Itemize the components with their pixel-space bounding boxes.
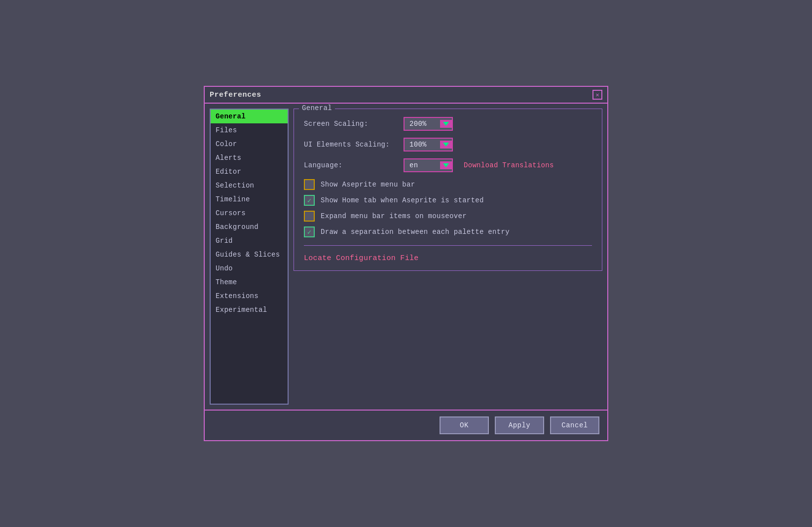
checkbox-show-home-tab[interactable]: ✓ [304,195,315,206]
checkbox-expand-menu-bar[interactable] [304,211,315,222]
checkmark-icon: ✓ [307,228,311,236]
ui-scaling-value: 100% [405,139,440,151]
general-section: General Screen Scaling: 200% UI Elements… [294,109,602,271]
checkboxes-container: Show Aseprite menu bar✓Show Home tab whe… [304,179,592,237]
checkbox-label-show-home-tab: Show Home tab when Aseprite is started [321,196,484,204]
footer: OK Apply Cancel [205,410,607,440]
chevron-down-icon [443,163,449,167]
sidebar-item-alerts[interactable]: Alerts [211,151,288,165]
ui-scaling-row: UI Elements Scaling: 100% [304,138,592,151]
content-area: GeneralFilesColorAlertsEditorSelectionTi… [205,104,607,410]
sidebar-item-selection[interactable]: Selection [211,179,288,192]
locate-config-link[interactable]: Locate Configuration File [304,254,419,263]
dialog-title: Preferences [210,91,261,99]
ok-button[interactable]: OK [440,416,489,434]
sidebar-item-guides-slices[interactable]: Guides & Slices [211,248,288,262]
sidebar-item-timeline[interactable]: Timeline [211,192,288,206]
ui-scaling-dropdown[interactable]: 100% [404,138,453,151]
chevron-down-icon [443,143,449,147]
language-arrow[interactable] [440,161,452,169]
language-label: Language: [304,161,398,169]
checkmark-icon: ✓ [307,196,311,205]
sidebar-item-color[interactable]: Color [211,137,288,151]
preferences-dialog: Preferences ✕ GeneralFilesColorAlertsEdi… [204,86,608,441]
ui-scaling-label: UI Elements Scaling: [304,141,398,149]
screen-scaling-dropdown[interactable]: 200% [404,117,453,131]
screen-scaling-arrow[interactable] [440,120,452,128]
checkbox-row-show-home-tab: ✓Show Home tab when Aseprite is started [304,195,592,206]
ui-scaling-arrow[interactable] [440,141,452,149]
cancel-button[interactable]: Cancel [550,416,599,434]
sidebar-item-theme[interactable]: Theme [211,275,288,289]
chevron-down-icon [443,122,449,126]
main-panel: General Screen Scaling: 200% UI Elements… [294,109,602,405]
checkbox-row-draw-separation: ✓Draw a separation between each palette … [304,226,592,237]
checkbox-draw-separation[interactable]: ✓ [304,226,315,237]
screen-scaling-row: Screen Scaling: 200% [304,117,592,131]
sidebar-item-files[interactable]: Files [211,123,288,137]
language-row: Language: en Download Translations [304,158,592,172]
apply-button[interactable]: Apply [495,416,544,434]
sidebar-item-undo[interactable]: Undo [211,262,288,275]
section-title: General [299,104,335,112]
checkbox-row-show-menu-bar: Show Aseprite menu bar [304,179,592,190]
title-bar: Preferences ✕ [205,87,607,104]
language-value: en [405,159,440,171]
close-button[interactable]: ✕ [592,90,602,100]
checkbox-show-menu-bar[interactable] [304,179,315,190]
sidebar-item-experimental[interactable]: Experimental [211,303,288,317]
sidebar-item-extensions[interactable]: Extensions [211,289,288,303]
sidebar-item-editor[interactable]: Editor [211,165,288,179]
checkbox-label-expand-menu-bar: Expand menu bar items on mouseover [321,212,467,220]
sidebar-item-grid[interactable]: Grid [211,234,288,248]
checkbox-label-draw-separation: Draw a separation between each palette e… [321,228,510,236]
screen-scaling-label: Screen Scaling: [304,120,398,128]
download-translations-link[interactable]: Download Translations [464,161,554,169]
sidebar-item-background[interactable]: Background [211,220,288,234]
section-divider [304,245,592,246]
language-dropdown[interactable]: en [404,158,453,172]
checkbox-label-show-menu-bar: Show Aseprite menu bar [321,181,415,188]
sidebar-item-cursors[interactable]: Cursors [211,206,288,220]
sidebar: GeneralFilesColorAlertsEditorSelectionTi… [210,109,289,405]
checkbox-row-expand-menu-bar: Expand menu bar items on mouseover [304,211,592,222]
screen-scaling-value: 200% [405,118,440,130]
sidebar-item-general[interactable]: General [211,110,288,123]
